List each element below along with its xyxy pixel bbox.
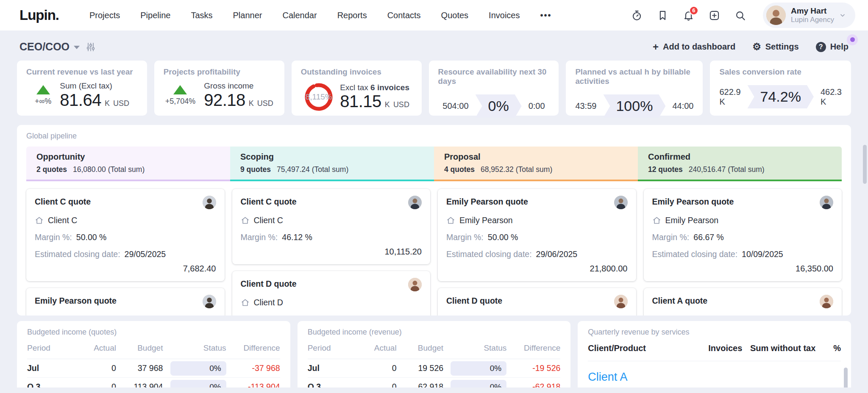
col-percent: % [815, 343, 841, 353]
budget-revenue-table: Period Actual Budget Status Difference J… [308, 338, 561, 387]
caret-down-icon [74, 46, 80, 49]
panel-scrollbar-thumb[interactable] [844, 368, 848, 387]
bottom-widgets-row: Budgeted income (quotes) Period Actual B… [17, 321, 851, 387]
quote-amount: 16,350.00 [652, 263, 834, 274]
bookmark-icon[interactable] [657, 10, 668, 21]
quote-card[interactable]: Emily Pearson quote Emily Pearson [26, 288, 225, 316]
stage-proposal: Proposal 4 quotes 68,952.32 (Total sum) [434, 147, 638, 181]
add-to-dashboard-button[interactable]: + Add to dashboard [653, 42, 735, 52]
quote-client: Client C [48, 214, 77, 226]
quote-client: Client C [254, 214, 283, 226]
top-navbar: Lupin. Projects Pipeline Tasks Planner C… [0, 0, 868, 30]
nav-projects[interactable]: Projects [89, 11, 120, 20]
stage-total: 240,516.47 (Total sum) [689, 165, 765, 174]
table-row: Jul 0 37 968 0% -37 968 [27, 359, 280, 378]
avatar [408, 196, 422, 209]
kpi-planned-vs-actual: Planned vs actual h by billable activiti… [566, 61, 703, 116]
quote-card[interactable]: Client C quote Client C Margin %:46.12 %… [232, 189, 431, 264]
nav-invoices[interactable]: Invoices [489, 11, 520, 20]
kanban-column-scoping: Client C quote Client C Margin %:46.12 %… [232, 189, 431, 316]
stage-name: Proposal [444, 152, 628, 162]
col-actual: Actual [350, 343, 397, 353]
avatar [820, 196, 833, 209]
table-header-row: Client/Product Invoices Sum without tax … [588, 337, 841, 361]
kpi-label: Gross income [204, 82, 273, 91]
stage-name: Scoping [240, 152, 424, 162]
quote-card[interactable]: Client D quote Client D [438, 288, 636, 316]
quote-title: Client D quote [446, 295, 502, 307]
global-pipeline-section: Global pipeline Opportunity 2 quotes 16,… [17, 125, 851, 316]
dashboard-selector[interactable]: CEO/COO [19, 41, 80, 53]
nav-reports[interactable]: Reports [337, 11, 367, 20]
user-organization: Lupin Agency [791, 16, 834, 24]
kanban-column-confirmed: Emily Pearson quote Emily Pearson Margin… [644, 189, 842, 316]
margin-value: 50.00 % [76, 231, 107, 243]
closing-date-value: 10/09/2025 [742, 248, 783, 260]
col-actual: Actual [69, 343, 116, 353]
avatar [203, 196, 216, 209]
search-icon[interactable] [734, 10, 746, 21]
kpi-title: Planned vs actual h by billable activiti… [575, 67, 693, 86]
company-icon [35, 315, 44, 316]
kpi-sales-conversion: Sales conversion rate 622.9 K 74.2% 462.… [710, 61, 851, 116]
nav-quotes[interactable]: Quotes [441, 11, 468, 20]
col-period: Period [27, 343, 69, 353]
status-pill: 0% [451, 361, 506, 376]
status-pill: 0% [451, 380, 506, 388]
status-pill: 0% [170, 380, 226, 388]
user-menu[interactable]: Amy Hart Lupin Agency [763, 3, 855, 28]
filters-icon[interactable] [86, 42, 96, 52]
nav-tasks[interactable]: Tasks [191, 11, 212, 20]
nav-contacts[interactable]: Contacts [387, 11, 421, 20]
page-scrollbar-thumb[interactable] [863, 145, 867, 184]
donut-value: 8,115% [306, 92, 332, 102]
stage-total: 16,080.00 (Total sum) [73, 165, 145, 174]
kpi-title: Outstanding invoices [301, 67, 412, 77]
add-to-dashboard-label: Add to dashboard [663, 42, 735, 52]
company-icon [652, 315, 661, 316]
topbar-actions: 6 Amy Hart Lupin Agency [631, 3, 855, 28]
panel-title: Budgeted income (revenue) [308, 328, 561, 337]
quote-amount: 7,682.40 [35, 263, 216, 274]
closing-date-value: 29/06/2025 [536, 248, 578, 260]
ratio-left-value: 43:59 [575, 101, 596, 111]
quote-card[interactable]: Client A quote Client A [644, 288, 842, 316]
app-logo[interactable]: Lupin. [19, 7, 59, 23]
ratio-right-value: 0:00 [529, 101, 545, 111]
settings-button[interactable]: ⚙ Settings [752, 42, 799, 52]
quote-card[interactable]: Client C quote Client C Margin %:50.00 %… [26, 189, 225, 281]
notifications-bell-icon[interactable]: 6 [683, 10, 694, 21]
trend-value: +∞% [35, 97, 51, 106]
quote-title: Emily Pearson quote [652, 196, 734, 208]
donut-ring-chart: 8,115% [303, 82, 334, 112]
col-invoices: Invoices [689, 343, 742, 353]
nav-pipeline[interactable]: Pipeline [140, 11, 170, 20]
kpi-value: 92.18 [204, 91, 245, 109]
quote-client: Emily Pearson [665, 214, 719, 226]
kpi-label: Sum (Excl tax) [60, 82, 129, 91]
ratio-left-value: 504:00 [442, 101, 468, 111]
kpi-label-bold: 6 invoices [370, 83, 409, 92]
nav-planner[interactable]: Planner [233, 11, 262, 20]
table-row: Q 3 0 62 918 0% -62 918 [308, 378, 561, 387]
quote-card[interactable]: Client D quote Client D Margin %:40.79 % [232, 271, 431, 316]
avatar [614, 196, 628, 209]
ratio-percent-pill: 74.2% [748, 85, 814, 108]
notification-count-badge: 6 [689, 6, 698, 15]
more-menu-icon[interactable]: ••• [540, 11, 551, 20]
ratio-right-value: 44:00 [672, 101, 693, 111]
quote-card[interactable]: Emily Pearson quote Emily Pearson Margin… [438, 189, 636, 281]
margin-value: 50.00 % [488, 231, 518, 243]
help-button[interactable]: ? Help [816, 42, 849, 52]
stage-name: Opportunity [36, 152, 220, 162]
nav-calendar[interactable]: Calendar [282, 11, 317, 20]
quote-card[interactable]: Emily Pearson quote Emily Pearson Margin… [644, 189, 842, 281]
avatar [408, 278, 422, 291]
quick-add-icon[interactable] [709, 10, 720, 21]
table-row: Q 3 0 113 904 0% -113 904 [27, 378, 280, 387]
client-group-link[interactable]: Client A [588, 361, 841, 387]
triangle-up-icon [36, 85, 50, 94]
gear-icon: ⚙ [752, 42, 761, 52]
quote-title: Emily Pearson quote [35, 295, 117, 307]
timer-icon[interactable] [631, 10, 643, 21]
